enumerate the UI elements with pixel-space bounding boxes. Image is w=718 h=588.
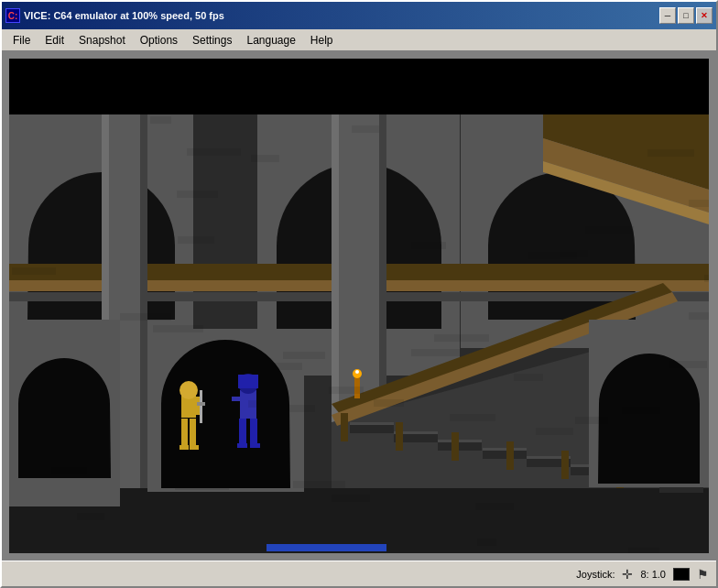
maximize-button[interactable]: □	[678, 7, 694, 24]
speed-display: 8: 1.0	[640, 569, 666, 580]
menu-help[interactable]: Help	[303, 32, 341, 49]
title-bar: C: VICE: C64 emulator at 100% speed, 50 …	[2, 2, 716, 29]
flag-icon: ⚑	[697, 567, 709, 582]
menu-options[interactable]: Options	[133, 32, 185, 49]
menu-bar: File Edit Snapshot Options Settings Lang…	[2, 29, 716, 51]
joystick-label: Joystick:	[576, 569, 615, 580]
window-title: VICE: C64 emulator at 100% speed, 50 fps	[24, 10, 659, 21]
joystick-icon: ✛	[622, 567, 633, 582]
menu-snapshot[interactable]: Snapshot	[71, 32, 133, 49]
menu-language[interactable]: Language	[239, 32, 302, 49]
main-window: C: VICE: C64 emulator at 100% speed, 50 …	[0, 0, 718, 588]
menu-settings[interactable]: Settings	[185, 32, 239, 49]
minimize-button[interactable]: ─	[659, 7, 676, 24]
color-swatch	[673, 568, 690, 581]
menu-file[interactable]: File	[5, 32, 38, 49]
main-content	[2, 51, 716, 561]
emulator-screen[interactable]	[9, 59, 709, 553]
app-icon: C:	[5, 8, 20, 23]
game-canvas	[9, 59, 709, 553]
close-button[interactable]: ✕	[696, 7, 713, 24]
menu-edit[interactable]: Edit	[38, 32, 71, 49]
window-controls: ─ □ ✕	[659, 7, 713, 24]
status-bar: Joystick: ✛ 8: 1.0 ⚑	[2, 561, 716, 586]
